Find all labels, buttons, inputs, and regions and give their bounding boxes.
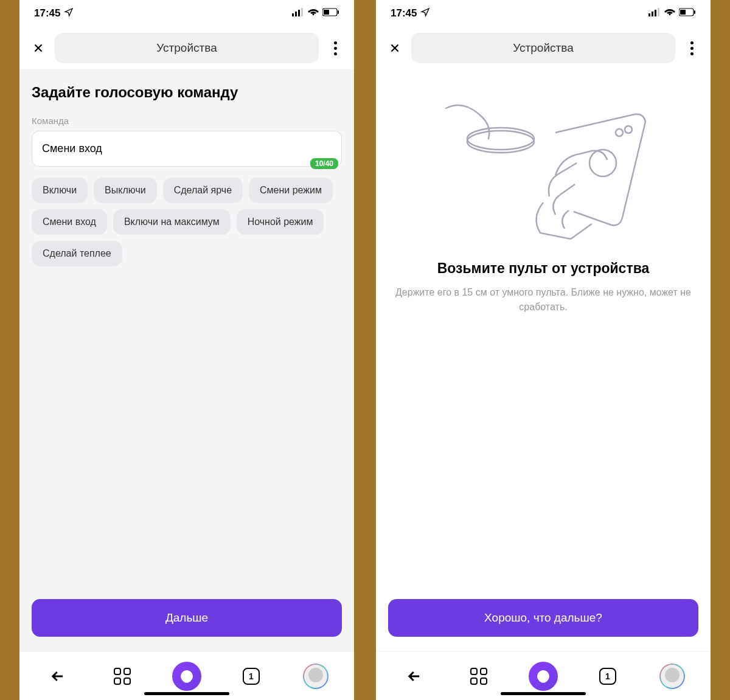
services-button[interactable] <box>464 661 494 691</box>
close-button[interactable] <box>386 39 404 57</box>
close-button[interactable] <box>29 39 47 57</box>
more-button[interactable] <box>326 39 344 57</box>
services-button[interactable] <box>107 661 137 691</box>
phone-left: 17:45 Устройства Задайте голосовую коман… <box>19 0 354 700</box>
location-icon <box>420 7 430 20</box>
field-label: Команда <box>32 116 342 126</box>
header: Устройства <box>376 27 711 69</box>
suggestion-chips: Включи Выключи Сделай ярче Смени режим С… <box>32 178 342 266</box>
svg-rect-8 <box>652 12 653 16</box>
svg-rect-5 <box>324 10 329 15</box>
home-indicator[interactable] <box>144 692 229 695</box>
svg-rect-13 <box>694 10 695 14</box>
confirm-button[interactable]: Хорошо, что дальше? <box>388 599 698 637</box>
battery-icon <box>679 7 696 19</box>
svg-rect-12 <box>680 10 686 15</box>
svg-rect-2 <box>298 10 300 16</box>
char-count-badge: 10/40 <box>310 158 338 169</box>
chip[interactable]: Смени вход <box>32 209 107 235</box>
home-indicator[interactable] <box>501 692 586 695</box>
more-button[interactable] <box>683 39 701 57</box>
svg-rect-3 <box>301 8 303 16</box>
next-button[interactable]: Дальше <box>32 599 342 637</box>
alice-button[interactable] <box>172 661 202 691</box>
wifi-icon <box>308 7 319 19</box>
svg-rect-10 <box>658 8 659 16</box>
chip[interactable]: Сделай ярче <box>163 178 243 203</box>
tabs-button[interactable]: 1 <box>236 661 266 691</box>
command-input[interactable] <box>32 131 342 167</box>
chip[interactable]: Выключи <box>94 178 157 203</box>
status-time: 17:45 <box>34 7 60 19</box>
status-bar: 17:45 <box>376 0 711 27</box>
location-icon <box>64 7 74 20</box>
profile-button[interactable] <box>657 661 687 691</box>
content-area: Возьмите пульт от устройства Держите его… <box>376 69 711 651</box>
wifi-icon <box>664 7 675 19</box>
chip[interactable]: Включи <box>32 178 88 203</box>
svg-point-17 <box>616 129 623 136</box>
instruction-heading: Возьмите пульт от устройства <box>388 260 698 277</box>
svg-rect-1 <box>295 12 297 16</box>
svg-rect-0 <box>292 13 294 16</box>
chip[interactable]: Смени режим <box>249 178 333 203</box>
tabs-button[interactable]: 1 <box>593 661 623 691</box>
status-time: 17:45 <box>391 7 417 19</box>
status-bar: 17:45 <box>19 0 354 27</box>
chip[interactable]: Сделай теплее <box>32 241 122 266</box>
back-button[interactable] <box>399 661 429 691</box>
svg-rect-7 <box>648 13 650 16</box>
svg-rect-6 <box>338 10 339 14</box>
battery-icon <box>322 7 339 19</box>
content-area: Задайте голосовую команду Команда 10/40 … <box>19 69 354 651</box>
chip[interactable]: Ночной режим <box>237 209 324 235</box>
profile-button[interactable] <box>301 661 331 691</box>
cellular-icon <box>292 7 304 19</box>
chip[interactable]: Включи на максимум <box>113 209 231 235</box>
header: Устройства <box>19 27 354 69</box>
command-input-wrap: 10/40 <box>32 131 342 167</box>
alice-button[interactable] <box>528 661 558 691</box>
phone-right: 17:45 Устройства <box>376 0 711 700</box>
header-title[interactable]: Устройства <box>55 33 319 63</box>
svg-point-18 <box>625 126 632 133</box>
remote-illustration <box>388 84 698 260</box>
back-button[interactable] <box>43 661 73 691</box>
page-heading: Задайте голосовую команду <box>32 84 342 101</box>
header-title[interactable]: Устройства <box>411 33 675 63</box>
instruction-subtitle: Держите его в 15 см от умного пульта. Бл… <box>388 285 698 314</box>
svg-rect-9 <box>655 10 656 16</box>
cellular-icon <box>648 7 661 19</box>
